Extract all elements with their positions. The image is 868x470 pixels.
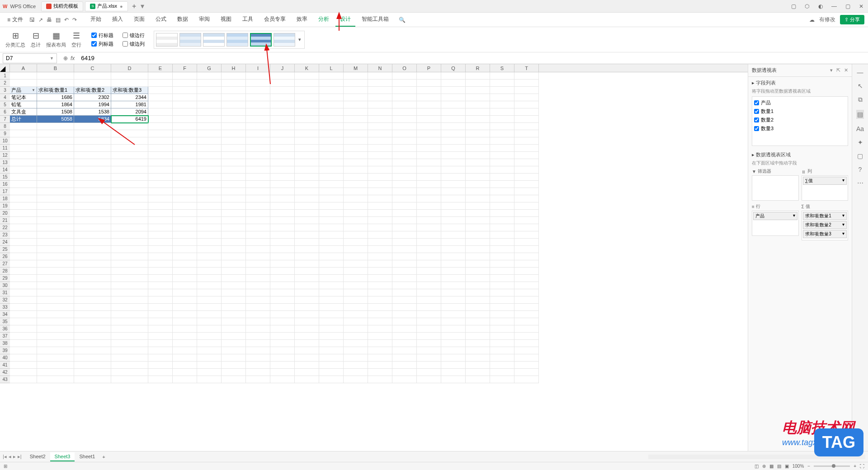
cell-H38[interactable] [222, 340, 246, 347]
cell-M4[interactable] [344, 94, 368, 101]
chevron-down-icon[interactable]: ▾ [830, 67, 833, 73]
cell-S22[interactable] [490, 224, 514, 231]
cell-F33[interactable] [173, 304, 197, 311]
cell-T36[interactable] [514, 325, 539, 333]
row-header-12[interactable]: 12 [0, 152, 10, 159]
cell-M29[interactable] [344, 275, 368, 282]
cell-R3[interactable] [466, 87, 490, 94]
cell-I16[interactable] [246, 181, 270, 188]
cell-C18[interactable] [74, 195, 111, 202]
panel-icon[interactable]: ▢ [789, 3, 797, 9]
cell-Q14[interactable] [441, 166, 466, 174]
cell-L40[interactable] [319, 354, 344, 362]
field-数量3[interactable]: 数量3 [754, 124, 846, 133]
cell-M37[interactable] [344, 333, 368, 340]
cell-G3[interactable] [197, 87, 222, 94]
cell-B13[interactable] [37, 159, 74, 166]
cell-L3[interactable] [319, 87, 344, 94]
cell-D23[interactable] [111, 231, 148, 239]
cell-M39[interactable] [344, 347, 368, 354]
cell-C2[interactable] [74, 80, 111, 87]
cell-B28[interactable] [37, 268, 74, 275]
cell-S31[interactable] [490, 289, 514, 296]
cell-D14[interactable] [111, 166, 148, 174]
cell-I25[interactable] [246, 246, 270, 253]
row-header-33[interactable]: 33 [0, 304, 10, 311]
cell-H22[interactable] [222, 224, 246, 231]
tab-templates[interactable]: 找稻壳模板 [41, 1, 83, 11]
cell-M17[interactable] [344, 188, 368, 195]
cell-R23[interactable] [466, 231, 490, 239]
cell-N30[interactable] [368, 282, 392, 289]
cell-Q12[interactable] [441, 152, 466, 159]
cell-O41[interactable] [392, 362, 417, 369]
cell-S35[interactable] [490, 318, 514, 325]
cell-J40[interactable] [270, 354, 295, 362]
cell-L18[interactable] [319, 195, 344, 202]
menu-tab-开始[interactable]: 开始 [86, 13, 106, 27]
cell-B12[interactable] [37, 152, 74, 159]
cell-B4[interactable]: 1686 [37, 94, 74, 101]
cell-O6[interactable] [392, 108, 417, 116]
cell-F25[interactable] [173, 246, 197, 253]
cell-S34[interactable] [490, 311, 514, 318]
cell-G22[interactable] [197, 224, 222, 231]
cell-S12[interactable] [490, 152, 514, 159]
cell-T39[interactable] [514, 347, 539, 354]
cell-B43[interactable] [37, 376, 74, 383]
row-header-39[interactable]: 39 [0, 347, 10, 354]
row-header-8[interactable]: 8 [0, 123, 10, 130]
cell-Q20[interactable] [441, 210, 466, 217]
cell-O26[interactable] [392, 253, 417, 260]
cell-N32[interactable] [368, 296, 392, 304]
cell-C20[interactable] [74, 210, 111, 217]
add-sheet-button[interactable]: + [99, 453, 108, 461]
preview-icon[interactable]: ▤ [56, 17, 61, 23]
cell-D37[interactable] [111, 333, 148, 340]
cell-B32[interactable] [37, 296, 74, 304]
cell-H35[interactable] [222, 318, 246, 325]
check-row-header[interactable]: 行标题 [91, 32, 113, 39]
cell-L23[interactable] [319, 231, 344, 239]
cell-C38[interactable] [74, 340, 111, 347]
cell-T40[interactable] [514, 354, 539, 362]
row-header-36[interactable]: 36 [0, 325, 10, 333]
cell-D30[interactable] [111, 282, 148, 289]
cell-I33[interactable] [246, 304, 270, 311]
cell-O9[interactable] [392, 130, 417, 137]
cell-C37[interactable] [74, 333, 111, 340]
cell-E28[interactable] [148, 268, 173, 275]
cell-R17[interactable] [466, 188, 490, 195]
cell-M25[interactable] [344, 246, 368, 253]
cell-E1[interactable] [148, 72, 173, 80]
cell-J43[interactable] [270, 376, 295, 383]
cell-C34[interactable] [74, 311, 111, 318]
row-header-5[interactable]: 5 [0, 101, 10, 108]
cell-J25[interactable] [270, 246, 295, 253]
cell-Q21[interactable] [441, 217, 466, 224]
cell-J4[interactable] [270, 94, 295, 101]
cell-A31[interactable] [10, 289, 37, 296]
cell-K24[interactable] [295, 239, 319, 246]
cell-J21[interactable] [270, 217, 295, 224]
cell-R39[interactable] [466, 347, 490, 354]
cell-M31[interactable] [344, 289, 368, 296]
cell-D21[interactable] [111, 217, 148, 224]
cell-H33[interactable] [222, 304, 246, 311]
cell-P8[interactable] [417, 123, 441, 130]
cell-F35[interactable] [173, 318, 197, 325]
cell-C36[interactable] [74, 325, 111, 333]
cell-C14[interactable] [74, 166, 111, 174]
cell-D3[interactable]: 求和项:数量3 [111, 87, 148, 94]
cell-E27[interactable] [148, 260, 173, 268]
cell-P30[interactable] [417, 282, 441, 289]
cell-B19[interactable] [37, 202, 74, 210]
cell-E26[interactable] [148, 253, 173, 260]
style-thumb-0[interactable] [156, 33, 178, 47]
cell-L26[interactable] [319, 253, 344, 260]
cell-P9[interactable] [417, 130, 441, 137]
cell-E35[interactable] [148, 318, 173, 325]
cell-I4[interactable] [246, 94, 270, 101]
cell-Q15[interactable] [441, 174, 466, 181]
cell-L27[interactable] [319, 260, 344, 268]
